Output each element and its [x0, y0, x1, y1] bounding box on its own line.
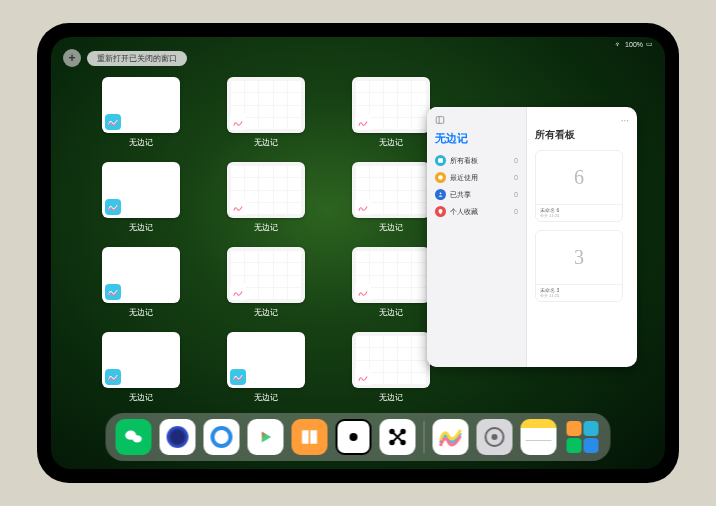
thumb-preview — [352, 77, 430, 133]
thumb-label: 无边记 — [129, 137, 153, 148]
app-thumb[interactable]: 无边记 — [91, 247, 192, 318]
dock-app-quark[interactable] — [160, 419, 196, 455]
app-thumb[interactable]: 无边记 — [91, 332, 192, 403]
thumb-preview — [102, 247, 180, 303]
sidebar-item-count: 0 — [514, 208, 518, 215]
freeform-app-icon — [105, 199, 121, 215]
freeform-app-icon — [355, 369, 371, 385]
more-icon[interactable]: ··· — [535, 115, 629, 126]
freeform-app-icon — [230, 114, 246, 130]
thumb-preview — [102, 77, 180, 133]
app-thumb[interactable]: 无边记 — [91, 77, 192, 148]
dock-app-mindnode[interactable] — [380, 419, 416, 455]
svg-point-4 — [440, 192, 442, 194]
sidebar-item-label: 已共享 — [450, 190, 471, 200]
app-thumb[interactable]: 无边记 — [216, 247, 317, 318]
freeform-app-icon — [105, 284, 121, 300]
sidebar-item[interactable]: 最近使用0 — [435, 169, 518, 186]
sidebar-item-label: 个人收藏 — [450, 207, 478, 217]
app-thumb[interactable]: 无边记 — [91, 162, 192, 233]
board-time: 今天 11:25 — [540, 294, 618, 298]
dock-separator — [424, 421, 425, 453]
reopen-window-pill[interactable]: 重新打开已关闭的窗口 — [87, 51, 187, 66]
thumb-preview — [227, 162, 305, 218]
freeform-app-icon — [230, 199, 246, 215]
thumb-label: 无边记 — [254, 392, 278, 403]
thumb-label: 无边记 — [254, 307, 278, 318]
sidebar-item[interactable]: 个人收藏0 — [435, 203, 518, 220]
sidebar-toggle-icon[interactable] — [435, 115, 445, 125]
app-thumb[interactable]: 无边记 — [340, 162, 441, 233]
panel-main: ··· 所有看板 6 未命名 6 今天 11:25 3 未命名 3 今天 11:… — [527, 107, 637, 367]
boards-list: 6 未命名 6 今天 11:25 3 未命名 3 今天 11:25 — [535, 150, 629, 302]
sidebar-item-label: 所有看板 — [450, 156, 478, 166]
freeform-app-icon — [105, 369, 121, 385]
sidebar-item-count: 0 — [514, 174, 518, 181]
panel-main-title: 所有看板 — [535, 128, 629, 142]
sidebar-item-count: 0 — [514, 157, 518, 164]
dock-app-books[interactable] — [292, 419, 328, 455]
dock-app-freeform[interactable] — [433, 419, 469, 455]
thumb-label: 无边记 — [379, 392, 403, 403]
freeform-app-icon — [355, 114, 371, 130]
topbar: + 重新打开已关闭的窗口 — [63, 49, 187, 67]
svg-rect-0 — [436, 117, 444, 124]
sidebar-list: 所有看板0最近使用0已共享0个人收藏0 — [435, 152, 518, 220]
sidebar-item-icon — [435, 206, 446, 217]
svg-point-6 — [133, 435, 142, 442]
battery-pct: 100% — [625, 41, 643, 48]
freeform-app-icon — [355, 199, 371, 215]
thumb-label: 无边记 — [379, 137, 403, 148]
dock-app-library[interactable] — [565, 419, 601, 455]
dock-app-dice[interactable] — [336, 419, 372, 455]
dock-app-settings[interactable] — [477, 419, 513, 455]
sidebar-title: 无边记 — [435, 131, 518, 146]
board-card[interactable]: 6 未命名 6 今天 11:25 — [535, 150, 623, 222]
dock-app-wechat[interactable] — [116, 419, 152, 455]
thumb-preview — [227, 77, 305, 133]
freeform-panel[interactable]: 无边记 所有看板0最近使用0已共享0个人收藏0 ··· 所有看板 6 未命名 6… — [427, 107, 637, 367]
ipad-frame: ᯤ 100% ▭ + 重新打开已关闭的窗口 无边记无边记无边记无边记无边记无边记… — [37, 23, 679, 483]
app-thumb[interactable]: 无边记 — [216, 77, 317, 148]
freeform-app-icon — [355, 284, 371, 300]
thumb-preview — [102, 162, 180, 218]
thumb-label: 无边记 — [379, 222, 403, 233]
dock-app-qqbrowser[interactable] — [204, 419, 240, 455]
status-bar: ᯤ 100% ▭ — [615, 40, 653, 48]
app-thumb[interactable]: 无边记 — [216, 162, 317, 233]
app-thumb[interactable]: 无边记 — [340, 77, 441, 148]
sidebar-item[interactable]: 已共享0 — [435, 186, 518, 203]
sidebar-item-icon — [435, 189, 446, 200]
panel-sidebar: 无边记 所有看板0最近使用0已共享0个人收藏0 — [427, 107, 527, 367]
app-thumb[interactable]: 无边记 — [340, 332, 441, 403]
freeform-app-icon — [230, 284, 246, 300]
thumb-preview — [352, 162, 430, 218]
freeform-app-icon — [230, 369, 246, 385]
freeform-app-icon — [105, 114, 121, 130]
sidebar-item-count: 0 — [514, 191, 518, 198]
sidebar-item-icon — [435, 155, 446, 166]
svg-rect-2 — [438, 158, 443, 163]
add-button[interactable]: + — [63, 49, 81, 67]
thumb-label: 无边记 — [129, 392, 153, 403]
board-meta: 未命名 6 今天 11:25 — [536, 204, 622, 221]
thumb-preview — [352, 332, 430, 388]
board-card[interactable]: 3 未命名 3 今天 11:25 — [535, 230, 623, 302]
thumb-label: 无边记 — [129, 222, 153, 233]
dock — [106, 413, 611, 461]
thumb-preview — [227, 247, 305, 303]
dock-app-notes[interactable] — [521, 419, 557, 455]
dock-app-youku[interactable] — [248, 419, 284, 455]
sidebar-item-icon — [435, 172, 446, 183]
thumb-label: 无边记 — [379, 307, 403, 318]
screen: ᯤ 100% ▭ + 重新打开已关闭的窗口 无边记无边记无边记无边记无边记无边记… — [51, 37, 665, 469]
board-preview: 6 — [536, 151, 622, 204]
thumb-preview — [352, 247, 430, 303]
sidebar-item-label: 最近使用 — [450, 173, 478, 183]
app-thumb[interactable]: 无边记 — [340, 247, 441, 318]
app-thumb[interactable]: 无边记 — [216, 332, 317, 403]
board-meta: 未命名 3 今天 11:25 — [536, 284, 622, 301]
battery-icon: ▭ — [646, 40, 653, 48]
sidebar-item[interactable]: 所有看板0 — [435, 152, 518, 169]
thumb-label: 无边记 — [129, 307, 153, 318]
